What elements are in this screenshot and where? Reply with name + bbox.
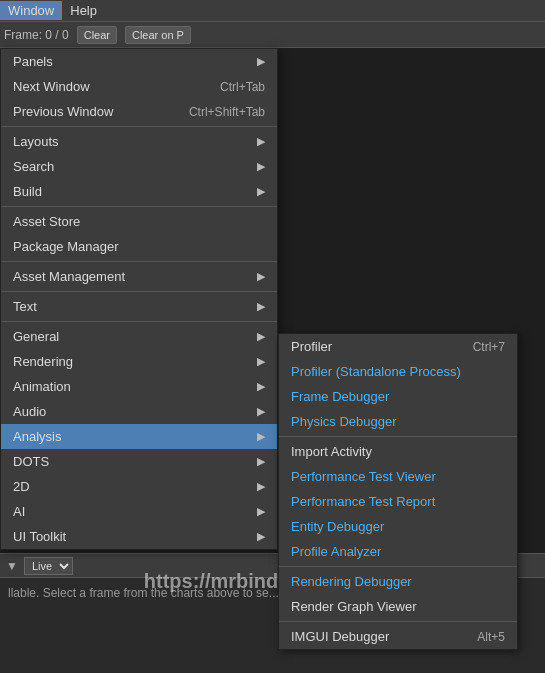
divider-1 bbox=[1, 126, 277, 127]
menu-item-search[interactable]: Search ▶ bbox=[1, 154, 277, 179]
menu-item-dots[interactable]: DOTS ▶ bbox=[1, 449, 277, 474]
arrow-icon: ▶ bbox=[257, 530, 265, 543]
menu-item-panels[interactable]: Panels ▶ bbox=[1, 49, 277, 74]
menu-item-audio[interactable]: Audio ▶ bbox=[1, 399, 277, 424]
sub-item-frame-debugger[interactable]: Frame Debugger bbox=[279, 384, 517, 409]
divider-3 bbox=[1, 261, 277, 262]
menu-bar: Window Help bbox=[0, 0, 545, 22]
clear-on-button[interactable]: Clear on P bbox=[125, 26, 191, 44]
sub-divider-1 bbox=[279, 436, 517, 437]
divider-4 bbox=[1, 291, 277, 292]
sub-item-profile-analyzer[interactable]: Profile Analyzer bbox=[279, 539, 517, 564]
content-area: Panels ▶ Next Window Ctrl+Tab Previous W… bbox=[0, 48, 545, 673]
menu-item-asset-management[interactable]: Asset Management ▶ bbox=[1, 264, 277, 289]
sub-item-entity-debugger[interactable]: Entity Debugger bbox=[279, 514, 517, 539]
arrow-icon: ▶ bbox=[257, 55, 265, 68]
frame-label: Frame: 0 / 0 bbox=[4, 28, 69, 42]
sub-item-render-graph-viewer[interactable]: Render Graph Viewer bbox=[279, 594, 517, 619]
menu-item-ai[interactable]: AI ▶ bbox=[1, 499, 277, 524]
menu-item-layouts[interactable]: Layouts ▶ bbox=[1, 129, 277, 154]
sub-item-perf-test-viewer[interactable]: Performance Test Viewer bbox=[279, 464, 517, 489]
sub-menu-analysis: Profiler Ctrl+7 Profiler (Standalone Pro… bbox=[278, 333, 518, 650]
arrow-icon: ▶ bbox=[257, 455, 265, 468]
arrow-icon: ▶ bbox=[257, 270, 265, 283]
sub-item-imgui-debugger[interactable]: IMGUI Debugger Alt+5 bbox=[279, 624, 517, 649]
menu-help[interactable]: Help bbox=[62, 1, 105, 20]
menu-item-build[interactable]: Build ▶ bbox=[1, 179, 277, 204]
arrow-icon: ▶ bbox=[257, 135, 265, 148]
sub-divider-2 bbox=[279, 566, 517, 567]
live-dropdown[interactable]: Live bbox=[24, 557, 73, 575]
sub-item-import-activity[interactable]: Import Activity bbox=[279, 439, 517, 464]
menu-item-analysis[interactable]: Analysis ▶ bbox=[1, 424, 277, 449]
menu-window[interactable]: Window bbox=[0, 1, 62, 20]
arrow-icon: ▶ bbox=[257, 430, 265, 443]
sub-item-perf-test-report[interactable]: Performance Test Report bbox=[279, 489, 517, 514]
divider-5 bbox=[1, 321, 277, 322]
sub-item-physics-debugger[interactable]: Physics Debugger bbox=[279, 409, 517, 434]
sub-item-rendering-debugger[interactable]: Rendering Debugger bbox=[279, 569, 517, 594]
menu-item-asset-store[interactable]: Asset Store bbox=[1, 209, 277, 234]
arrow-icon: ▶ bbox=[257, 480, 265, 493]
sub-divider-3 bbox=[279, 621, 517, 622]
menu-item-ui-toolkit[interactable]: UI Toolkit ▶ bbox=[1, 524, 277, 549]
menu-item-general[interactable]: General ▶ bbox=[1, 324, 277, 349]
menu-item-text[interactable]: Text ▶ bbox=[1, 294, 277, 319]
menu-item-animation[interactable]: Animation ▶ bbox=[1, 374, 277, 399]
divider-2 bbox=[1, 206, 277, 207]
sub-item-profiler[interactable]: Profiler Ctrl+7 bbox=[279, 334, 517, 359]
clear-button[interactable]: Clear bbox=[77, 26, 117, 44]
menu-item-next-window[interactable]: Next Window Ctrl+Tab bbox=[1, 74, 277, 99]
dropdown-arrow: ▼ bbox=[6, 559, 18, 573]
sub-item-profiler-standalone[interactable]: Profiler (Standalone Process) bbox=[279, 359, 517, 384]
arrow-icon: ▶ bbox=[257, 355, 265, 368]
arrow-icon: ▶ bbox=[257, 160, 265, 173]
menu-item-rendering[interactable]: Rendering ▶ bbox=[1, 349, 277, 374]
arrow-icon: ▶ bbox=[257, 330, 265, 343]
arrow-icon: ▶ bbox=[257, 185, 265, 198]
menu-item-package-manager[interactable]: Package Manager bbox=[1, 234, 277, 259]
toolbar: Frame: 0 / 0 Clear Clear on P bbox=[0, 22, 545, 48]
arrow-icon: ▶ bbox=[257, 405, 265, 418]
arrow-icon: ▶ bbox=[257, 380, 265, 393]
menu-item-prev-window[interactable]: Previous Window Ctrl+Shift+Tab bbox=[1, 99, 277, 124]
menu-item-2d[interactable]: 2D ▶ bbox=[1, 474, 277, 499]
arrow-icon: ▶ bbox=[257, 505, 265, 518]
main-menu: Panels ▶ Next Window Ctrl+Tab Previous W… bbox=[0, 48, 278, 550]
arrow-icon: ▶ bbox=[257, 300, 265, 313]
